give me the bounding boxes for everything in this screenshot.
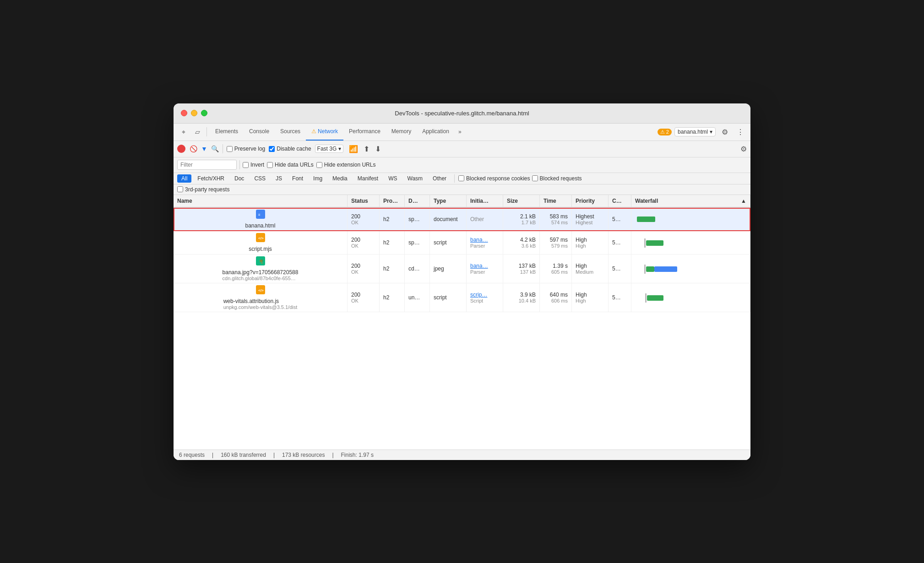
col-header-status[interactable]: Status bbox=[348, 195, 380, 207]
page-selector[interactable]: banana.html ▾ bbox=[674, 127, 716, 136]
clear-button[interactable]: 🚫 bbox=[189, 145, 197, 153]
minimize-button[interactable] bbox=[191, 110, 197, 116]
throttle-chevron: ▾ bbox=[338, 146, 341, 152]
third-party-label[interactable]: 3rd-party requests bbox=[177, 186, 229, 193]
download-icon[interactable]: ⬇ bbox=[375, 145, 381, 153]
hide-data-urls-checkbox[interactable] bbox=[267, 162, 273, 168]
maximize-button[interactable] bbox=[201, 110, 207, 116]
hide-data-urls-label[interactable]: Hide data URLs bbox=[267, 162, 314, 168]
cell-name-1: </> script.mjs bbox=[174, 231, 348, 254]
record-button[interactable] bbox=[177, 145, 185, 153]
type-btn-font[interactable]: Font bbox=[288, 174, 307, 183]
table-header: Name Status Pro… D… Type Initia… bbox=[174, 195, 750, 208]
col-header-size[interactable]: Size bbox=[503, 195, 540, 207]
tab-console[interactable]: Console bbox=[244, 123, 275, 141]
col-header-c[interactable]: C… bbox=[609, 195, 631, 207]
more-tabs-button[interactable]: » bbox=[455, 129, 465, 135]
cursor-icon[interactable]: ⌖ bbox=[177, 125, 190, 138]
preserve-log-checkbox[interactable] bbox=[227, 146, 233, 152]
blocked-cookies-label[interactable]: Blocked response cookies bbox=[458, 175, 530, 182]
close-button[interactable] bbox=[181, 110, 187, 116]
page-label: banana.html bbox=[678, 129, 708, 135]
type-btn-doc[interactable]: Doc bbox=[230, 174, 248, 183]
blocked-cookies-checkbox[interactable] bbox=[458, 175, 464, 181]
top-toolbar: ⌖ ▱ Elements Console Sources ⚠ Network bbox=[174, 124, 750, 141]
type-btn-fetch-xhr[interactable]: Fetch/XHR bbox=[193, 174, 228, 183]
type-btn-ws[interactable]: WS bbox=[384, 174, 401, 183]
waterfall-bar-2-blue bbox=[654, 266, 677, 272]
cell-type-2: jpeg bbox=[430, 254, 467, 283]
type-btn-img[interactable]: Img bbox=[309, 174, 326, 183]
filter-icon[interactable]: ▼ bbox=[201, 145, 207, 152]
filter-bar: Invert Hide data URLs Hide extension URL… bbox=[174, 157, 750, 173]
cell-c-3: 5… bbox=[609, 283, 631, 312]
wifi-icon[interactable]: 📶 bbox=[349, 145, 358, 153]
network-settings-icon[interactable]: ⚙ bbox=[740, 145, 747, 153]
col-header-domain[interactable]: D… bbox=[405, 195, 430, 207]
cell-initiator-2: bana… Parser bbox=[467, 254, 503, 283]
cell-size-2: 137 kB 137 kB bbox=[503, 254, 540, 283]
col-header-initiator[interactable]: Initia… bbox=[467, 195, 503, 207]
file-icon-js-3: </> bbox=[256, 285, 265, 294]
warning-icon: ⚠ bbox=[660, 129, 665, 135]
settings-icon[interactable]: ⚙ bbox=[718, 125, 731, 138]
cell-waterfall-1 bbox=[631, 231, 750, 254]
invert-text: Invert bbox=[250, 162, 264, 168]
tab-application[interactable]: Application bbox=[417, 123, 455, 141]
tab-memory[interactable]: Memory bbox=[386, 123, 417, 141]
cell-name-2: 🌴 banana.jpg?v=1705668720588 cdn.glitch.… bbox=[174, 254, 348, 283]
table-row[interactable]: 🌴 banana.jpg?v=1705668720588 cdn.glitch.… bbox=[174, 254, 750, 283]
type-btn-manifest[interactable]: Manifest bbox=[353, 174, 382, 183]
more-options-icon[interactable]: ⋮ bbox=[734, 125, 747, 138]
type-btn-js[interactable]: JS bbox=[272, 174, 286, 183]
col-header-type[interactable]: Type bbox=[430, 195, 467, 207]
tab-network[interactable]: ⚠ Network bbox=[306, 123, 343, 141]
table-row[interactable]: </> web-vitals.attribution.js unpkg.com/… bbox=[174, 283, 750, 312]
throttle-label: Fast 3G bbox=[317, 146, 337, 152]
third-party-checkbox[interactable] bbox=[177, 186, 183, 192]
col-header-proto[interactable]: Pro… bbox=[380, 195, 405, 207]
type-btn-media[interactable]: Media bbox=[328, 174, 352, 183]
type-btn-all[interactable]: All bbox=[177, 174, 191, 183]
col-header-waterfall[interactable]: Waterfall ▲ bbox=[631, 195, 750, 207]
waterfall-bar-3 bbox=[647, 295, 663, 301]
cell-domain-3: un… bbox=[405, 283, 430, 312]
waterfall-bar-2-green bbox=[646, 266, 654, 272]
invert-label[interactable]: Invert bbox=[243, 162, 264, 168]
titlebar: DevTools - speculative-rules.glitch.me/b… bbox=[174, 103, 750, 124]
hide-ext-urls-checkbox[interactable] bbox=[316, 162, 322, 168]
upload-icon[interactable]: ⬆ bbox=[364, 145, 370, 153]
tab-sources[interactable]: Sources bbox=[275, 123, 306, 141]
disable-cache-checkbox[interactable] bbox=[269, 146, 275, 152]
warning-badge[interactable]: ⚠ 2 bbox=[658, 129, 672, 135]
device-icon[interactable]: ▱ bbox=[191, 125, 204, 138]
svg-text:</>: </> bbox=[258, 236, 264, 240]
tab-elements[interactable]: Elements bbox=[210, 123, 244, 141]
col-header-priority[interactable]: Priority bbox=[572, 195, 609, 207]
throttle-select[interactable]: Fast 3G ▾ bbox=[315, 145, 344, 153]
tab-performance[interactable]: Performance bbox=[343, 123, 386, 141]
type-btn-other[interactable]: Other bbox=[429, 174, 451, 183]
cell-waterfall-2 bbox=[631, 254, 750, 283]
hide-ext-urls-label[interactable]: Hide extension URLs bbox=[316, 162, 376, 168]
blocked-requests-label[interactable]: Blocked requests bbox=[532, 175, 582, 182]
toolbar-right: ⚠ 2 banana.html ▾ ⚙ ⋮ bbox=[658, 125, 747, 138]
type-btn-wasm[interactable]: Wasm bbox=[403, 174, 427, 183]
col-header-name[interactable]: Name bbox=[174, 195, 348, 207]
table-row[interactable]: </> script.mjs 200 OK h2 sp… script bbox=[174, 231, 750, 254]
col-header-time[interactable]: Time bbox=[540, 195, 572, 207]
waterfall-bar-1 bbox=[646, 240, 663, 246]
table-row[interactable]: ≡ banana.html 200 OK h2 sp… document bbox=[174, 208, 750, 231]
blocked-requests-checkbox[interactable] bbox=[532, 175, 538, 181]
filter-input[interactable] bbox=[177, 160, 237, 170]
status-bar: 6 requests | 160 kB transferred | 173 kB… bbox=[174, 449, 750, 460]
hide-data-urls-text: Hide data URLs bbox=[275, 162, 314, 168]
search-icon[interactable]: 🔍 bbox=[211, 145, 219, 152]
preserve-log-label[interactable]: Preserve log bbox=[227, 146, 265, 152]
sort-icon: ▲ bbox=[741, 198, 746, 204]
type-btn-css[interactable]: CSS bbox=[250, 174, 270, 183]
invert-checkbox[interactable] bbox=[243, 162, 249, 168]
disable-cache-label[interactable]: Disable cache bbox=[269, 146, 311, 152]
cell-priority-3: High High bbox=[572, 283, 609, 312]
traffic-lights bbox=[181, 110, 207, 116]
